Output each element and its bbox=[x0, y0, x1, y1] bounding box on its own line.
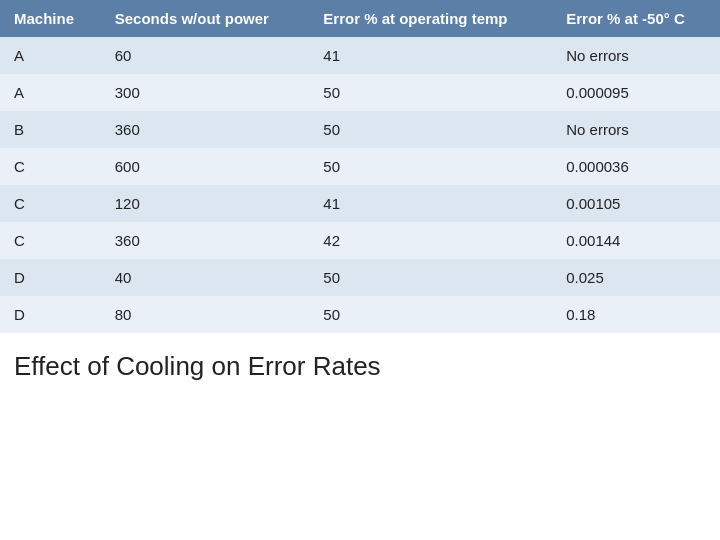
footer-text: Effect of Cooling on Error Rates bbox=[0, 333, 720, 382]
cell-0-0: A bbox=[0, 37, 101, 74]
cell-2-1: 360 bbox=[101, 111, 310, 148]
table-row: A6041No errors bbox=[0, 37, 720, 74]
cell-4-0: C bbox=[0, 185, 101, 222]
table-row: D80500.18 bbox=[0, 296, 720, 333]
cell-7-1: 80 bbox=[101, 296, 310, 333]
cell-2-3: No errors bbox=[552, 111, 720, 148]
cell-1-1: 300 bbox=[101, 74, 310, 111]
cell-6-1: 40 bbox=[101, 259, 310, 296]
cell-5-2: 42 bbox=[309, 222, 552, 259]
cell-7-2: 50 bbox=[309, 296, 552, 333]
table-row: C360420.00144 bbox=[0, 222, 720, 259]
cell-0-3: No errors bbox=[552, 37, 720, 74]
table-row: C600500.000036 bbox=[0, 148, 720, 185]
cell-6-3: 0.025 bbox=[552, 259, 720, 296]
table-container: Machine Seconds w/out power Error % at o… bbox=[0, 0, 720, 382]
table-header-row: Machine Seconds w/out power Error % at o… bbox=[0, 0, 720, 37]
table-row: A300500.000095 bbox=[0, 74, 720, 111]
cell-4-2: 41 bbox=[309, 185, 552, 222]
cell-6-0: D bbox=[0, 259, 101, 296]
cell-3-3: 0.000036 bbox=[552, 148, 720, 185]
cell-3-2: 50 bbox=[309, 148, 552, 185]
col-header-machine: Machine bbox=[0, 0, 101, 37]
col-header-seconds: Seconds w/out power bbox=[101, 0, 310, 37]
cell-3-0: C bbox=[0, 148, 101, 185]
cell-1-3: 0.000095 bbox=[552, 74, 720, 111]
col-header-error-cold: Error % at -50° C bbox=[552, 0, 720, 37]
cell-0-2: 41 bbox=[309, 37, 552, 74]
cell-1-0: A bbox=[0, 74, 101, 111]
cell-0-1: 60 bbox=[101, 37, 310, 74]
table-body: A6041No errorsA300500.000095B36050No err… bbox=[0, 37, 720, 333]
cell-7-0: D bbox=[0, 296, 101, 333]
cell-5-0: C bbox=[0, 222, 101, 259]
col-header-error-op: Error % at operating temp bbox=[309, 0, 552, 37]
cell-5-1: 360 bbox=[101, 222, 310, 259]
cell-6-2: 50 bbox=[309, 259, 552, 296]
data-table: Machine Seconds w/out power Error % at o… bbox=[0, 0, 720, 333]
table-row: B36050No errors bbox=[0, 111, 720, 148]
cell-7-3: 0.18 bbox=[552, 296, 720, 333]
cell-1-2: 50 bbox=[309, 74, 552, 111]
cell-3-1: 600 bbox=[101, 148, 310, 185]
cell-4-3: 0.00105 bbox=[552, 185, 720, 222]
cell-5-3: 0.00144 bbox=[552, 222, 720, 259]
table-row: C120410.00105 bbox=[0, 185, 720, 222]
table-row: D40500.025 bbox=[0, 259, 720, 296]
cell-4-1: 120 bbox=[101, 185, 310, 222]
cell-2-0: B bbox=[0, 111, 101, 148]
cell-2-2: 50 bbox=[309, 111, 552, 148]
